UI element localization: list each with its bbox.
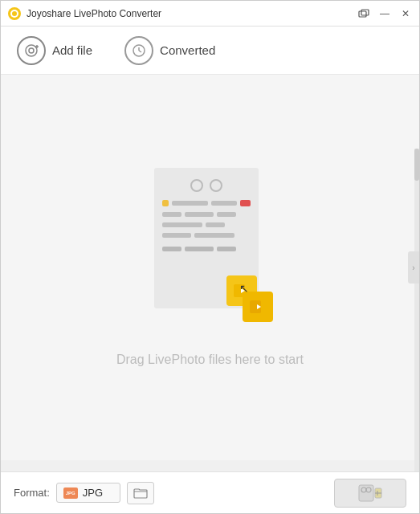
app-title: Joyoshare LivePhoto Converter xyxy=(27,8,161,19)
add-file-button[interactable]: Add file xyxy=(17,36,92,65)
format-label: Format: xyxy=(14,487,50,499)
app-logo-icon xyxy=(7,6,22,21)
doc-line-long-3 xyxy=(194,233,234,238)
doc-line-row-5 xyxy=(162,247,251,251)
svg-point-6 xyxy=(29,48,34,53)
jpg-label: JPG xyxy=(66,491,75,496)
drop-illustration: ↖ xyxy=(146,168,275,328)
doc-line-long-2 xyxy=(162,222,202,227)
svg-line-11 xyxy=(139,51,141,52)
scrollbar[interactable] xyxy=(414,149,419,502)
doc-line-row-4 xyxy=(162,233,251,238)
cursor-icon: ↖ xyxy=(239,282,251,293)
doc-line-short-1 xyxy=(162,212,181,217)
video-icon-svg-2 xyxy=(249,298,267,316)
toolbar: Add file Converted xyxy=(1,27,419,75)
svg-point-2 xyxy=(12,11,17,16)
doc-accent-red xyxy=(240,200,250,206)
folder-icon xyxy=(133,487,148,499)
doc-accent-yellow xyxy=(162,200,169,206)
format-section: Format: JPG JPG xyxy=(14,482,154,504)
doc-line-long-1 xyxy=(172,201,208,206)
sidebar-expand-arrow[interactable]: › xyxy=(408,251,419,284)
doc-line-bottom-3 xyxy=(217,247,236,251)
jpg-format-icon: JPG xyxy=(63,487,78,499)
doc-line-short-3 xyxy=(206,222,225,227)
doc-line-bottom-2 xyxy=(185,247,214,251)
doc-line-bottom-1 xyxy=(162,247,181,251)
svg-point-5 xyxy=(26,45,37,56)
doc-line-short-2 xyxy=(217,212,236,217)
close-button[interactable]: ✕ xyxy=(398,8,413,19)
bottom-bar: Format: JPG JPG xyxy=(1,471,419,513)
converted-label: Converted xyxy=(160,43,215,57)
format-box[interactable]: JPG JPG xyxy=(56,483,120,503)
doc-circle-left xyxy=(190,179,203,192)
output-folder-button[interactable] xyxy=(127,482,154,504)
minimize-button[interactable]: — xyxy=(377,8,392,19)
doc-circle-right xyxy=(210,179,222,192)
doc-circles xyxy=(162,179,251,192)
doc-line-row-2 xyxy=(162,212,251,217)
doc-line-med-3 xyxy=(162,233,191,238)
add-file-icon xyxy=(17,36,46,65)
doc-line-row-1 xyxy=(162,200,251,206)
doc-line-row-3 xyxy=(162,222,251,227)
svg-rect-4 xyxy=(361,10,369,15)
file-icon-2 xyxy=(243,292,273,322)
convert-button-icon xyxy=(357,482,383,504)
doc-lines xyxy=(162,200,251,251)
title-bar-controls: — ✕ xyxy=(357,8,413,19)
title-bar-left: Joyoshare LivePhoto Converter xyxy=(7,6,161,21)
svg-rect-3 xyxy=(359,11,366,17)
doc-line-med-2 xyxy=(185,212,214,217)
svg-rect-16 xyxy=(359,485,373,501)
title-bar: Joyoshare LivePhoto Converter — ✕ xyxy=(1,1,419,27)
add-file-label: Add file xyxy=(52,43,92,57)
converted-icon xyxy=(124,36,153,65)
restore-button[interactable] xyxy=(357,8,371,19)
main-area[interactable]: ↖ Drag LivePhoto files here to start › xyxy=(1,75,419,460)
scrollbar-thumb[interactable] xyxy=(414,149,419,181)
drag-drop-text: Drag LivePhoto files here to start xyxy=(116,353,304,367)
format-value: JPG xyxy=(83,487,103,499)
convert-button[interactable] xyxy=(334,479,406,508)
clock-svg xyxy=(131,43,147,59)
doc-line-med-1 xyxy=(211,201,237,206)
camera-add-svg xyxy=(23,43,39,59)
converted-button[interactable]: Converted xyxy=(124,36,215,65)
